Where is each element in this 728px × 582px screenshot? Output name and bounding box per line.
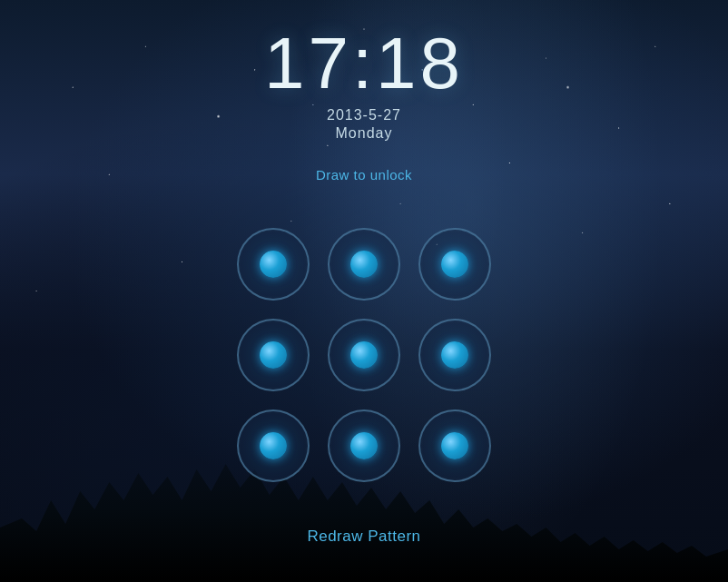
redraw-pattern-button[interactable]: Redraw Pattern <box>307 528 420 546</box>
pattern-dot-4[interactable] <box>237 319 310 391</box>
pattern-dot-7[interactable] <box>237 409 310 482</box>
date-display: 2013-5-27 <box>327 107 401 123</box>
pattern-dot-6[interactable] <box>418 319 491 391</box>
draw-to-unlock-text: Draw to unlock <box>316 167 412 182</box>
day-display: Monday <box>336 125 393 142</box>
pattern-dot-1[interactable] <box>237 228 310 301</box>
pattern-dot-2[interactable] <box>328 228 400 301</box>
pattern-grid[interactable] <box>237 228 491 482</box>
lock-screen-content: 17:18 2013-5-27 Monday Draw to unlock Re… <box>0 0 728 582</box>
clock-time: 17:18 <box>264 27 464 100</box>
pattern-dot-9[interactable] <box>418 409 491 482</box>
pattern-dot-8[interactable] <box>328 409 400 482</box>
pattern-dot-3[interactable] <box>418 228 491 301</box>
pattern-dot-5[interactable] <box>328 319 400 391</box>
